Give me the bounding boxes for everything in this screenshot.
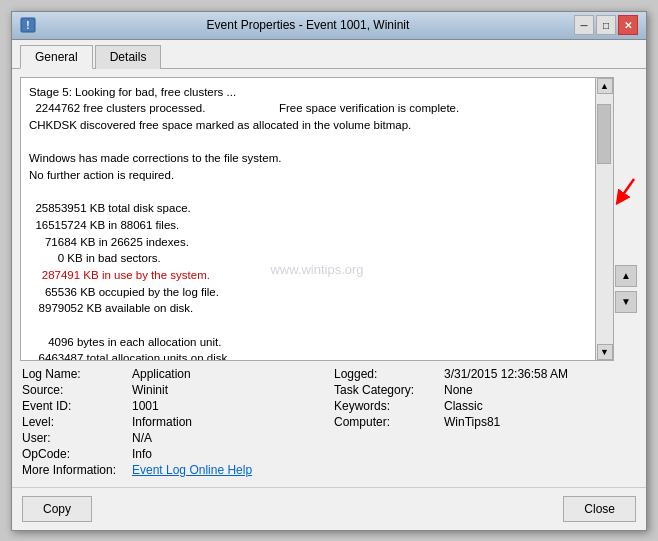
keywords-label: Keywords: — [334, 399, 444, 413]
opcode-value: Info — [132, 447, 152, 461]
logged-label: Logged: — [334, 367, 444, 381]
user-label: User: — [22, 431, 132, 445]
title-bar-controls: ─ □ ✕ — [574, 15, 638, 35]
log-line-6: 25853951 KB total disk space. — [29, 200, 587, 217]
scrollbar-up-button[interactable]: ▲ — [597, 78, 613, 94]
task-category-row: Task Category: None — [334, 383, 636, 397]
computer-row: Computer: WinTips81 — [334, 415, 636, 429]
up-arrow-button[interactable]: ▲ — [615, 265, 637, 287]
content-area: Stage 5: Looking for bad, free clusters … — [12, 69, 646, 487]
log-line-10: 287491 KB in use by the system. — [29, 267, 587, 284]
log-name-label: Log Name: — [22, 367, 132, 381]
computer-label: Computer: — [334, 415, 444, 429]
log-name-row: Log Name: Application — [22, 367, 324, 381]
info-section: Log Name: Application Source: Wininit Ev… — [20, 367, 638, 479]
scrollbar-thumb[interactable] — [597, 104, 611, 164]
event-id-row: Event ID: 1001 — [22, 399, 324, 413]
source-label: Source: — [22, 383, 132, 397]
level-row: Level: Information — [22, 415, 324, 429]
window-title: Event Properties - Event 1001, Wininit — [42, 18, 574, 32]
log-line-14: 6463487 total allocation units on disk. — [29, 350, 587, 359]
source-value: Wininit — [132, 383, 168, 397]
scrollbar-track[interactable] — [596, 94, 613, 344]
close-title-button[interactable]: ✕ — [618, 15, 638, 35]
right-arrows: ▲ ▼ — [614, 77, 638, 361]
log-line-12: 8979052 KB available on disk. — [29, 300, 587, 317]
log-line-5: No further action is required. — [29, 167, 587, 184]
level-value: Information — [132, 415, 192, 429]
opcode-row: OpCode: Info — [22, 447, 324, 461]
source-row: Source: Wininit — [22, 383, 324, 397]
logged-value: 3/31/2015 12:36:58 AM — [444, 367, 568, 381]
logged-row: Logged: 3/31/2015 12:36:58 AM — [334, 367, 636, 381]
minimize-button[interactable]: ─ — [574, 15, 594, 35]
scrollbar-down-button[interactable]: ▼ — [597, 344, 613, 360]
log-name-value: Application — [132, 367, 191, 381]
level-label: Level: — [22, 415, 132, 429]
opcode-label: OpCode: — [22, 447, 132, 461]
log-line-blank3 — [29, 317, 587, 334]
log-line-3: CHKDSK discovered free space marked as a… — [29, 117, 587, 134]
log-line-9: 0 KB in bad sectors. — [29, 250, 587, 267]
title-bar-left: ! — [20, 17, 42, 33]
more-info-row: More Information: Event Log Online Help — [22, 463, 324, 477]
keywords-value: Classic — [444, 399, 483, 413]
window-icon: ! — [20, 17, 36, 33]
info-col-left: Log Name: Application Source: Wininit Ev… — [22, 367, 324, 479]
computer-value: WinTips81 — [444, 415, 500, 429]
more-info-label: More Information: — [22, 463, 132, 477]
log-line-7: 16515724 KB in 88061 files. — [29, 217, 587, 234]
event-log-content: Stage 5: Looking for bad, free clusters … — [21, 78, 595, 360]
title-bar: ! Event Properties - Event 1001, Wininit… — [12, 12, 646, 40]
svg-line-3 — [620, 179, 634, 199]
down-arrow-button[interactable]: ▼ — [615, 291, 637, 313]
log-line-13: 4096 bytes in each allocation unit. — [29, 334, 587, 351]
tab-general[interactable]: General — [20, 45, 93, 69]
log-line-1: Stage 5: Looking for bad, free clusters … — [29, 84, 587, 101]
log-line-2: 2244762 free clusters processed. Free sp… — [29, 100, 587, 117]
event-id-value: 1001 — [132, 399, 159, 413]
task-category-value: None — [444, 383, 473, 397]
event-properties-window: ! Event Properties - Event 1001, Wininit… — [11, 11, 647, 531]
user-value: N/A — [132, 431, 152, 445]
tab-bar: General Details — [12, 40, 646, 69]
keywords-row: Keywords: Classic — [334, 399, 636, 413]
close-button[interactable]: Close — [563, 496, 636, 522]
log-line-11: 65536 KB occupied by the log file. — [29, 284, 587, 301]
more-info-link[interactable]: Event Log Online Help — [132, 463, 252, 477]
scrollbar[interactable]: ▲ ▼ — [595, 78, 613, 360]
event-id-label: Event ID: — [22, 399, 132, 413]
copy-button[interactable]: Copy — [22, 496, 92, 522]
event-log-box: Stage 5: Looking for bad, free clusters … — [20, 77, 614, 361]
info-col-right: Logged: 3/31/2015 12:36:58 AM Task Categ… — [334, 367, 636, 479]
task-category-label: Task Category: — [334, 383, 444, 397]
footer: Copy Close — [12, 487, 646, 530]
svg-text:!: ! — [26, 20, 29, 31]
user-row: User: N/A — [22, 431, 324, 445]
tab-details[interactable]: Details — [95, 45, 162, 69]
log-line-4: Windows has made corrections to the file… — [29, 150, 587, 167]
maximize-button[interactable]: □ — [596, 15, 616, 35]
log-line-8: 71684 KB in 26625 indexes. — [29, 234, 587, 251]
log-line-blank2 — [29, 184, 587, 201]
log-line-blank1 — [29, 134, 587, 151]
